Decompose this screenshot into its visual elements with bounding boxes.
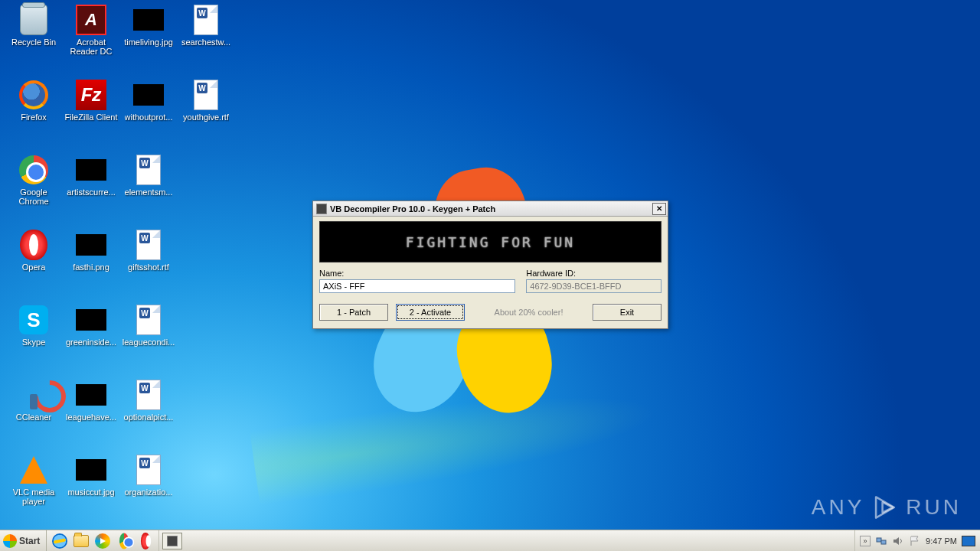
icon-label: fasthi.png xyxy=(73,262,109,272)
desktop-icon-musiccut-jpg[interactable]: musiccut.jpg xyxy=(64,455,119,514)
desktop-icon-filezilla-client[interactable]: FzFileZilla Client xyxy=(64,80,119,139)
icon-label: youthgive.rtf xyxy=(183,112,229,122)
banner-text: FIGHTING FOR FUN xyxy=(406,234,575,250)
name-input[interactable] xyxy=(319,279,515,293)
hwid-input xyxy=(526,279,662,293)
desktop-icon-timeliving-jpg[interactable]: timeliving.jpg xyxy=(121,5,176,64)
icon-label: leaguehave... xyxy=(66,412,116,422)
banner: FIGHTING FOR FUN xyxy=(319,221,662,262)
task-items xyxy=(159,530,185,551)
icon-label: Google Chrome xyxy=(6,187,61,206)
system-tray: » 9:47 PM xyxy=(854,530,980,551)
skype-icon: S xyxy=(18,305,49,335)
cooler-text: About 20% cooler! xyxy=(472,308,585,317)
black-icon xyxy=(76,305,106,335)
ql-opera[interactable] xyxy=(137,533,154,549)
ff-icon xyxy=(18,80,49,110)
svg-marker-4 xyxy=(893,537,899,545)
chrome-icon xyxy=(18,155,49,185)
desktop-icon-fasthi-png[interactable]: fasthi.png xyxy=(64,230,119,289)
desktop-icon-leaguehave[interactable]: leaguehave... xyxy=(64,380,119,439)
icon-label: optionalpict... xyxy=(124,412,174,422)
icon-label: Recycle Bin xyxy=(11,37,56,47)
doc-icon xyxy=(133,230,164,260)
quick-launch xyxy=(47,530,159,551)
svg-rect-2 xyxy=(877,538,881,542)
desktop-icon-vlc-media-player[interactable]: VLC media player xyxy=(6,455,61,514)
adobe-icon: A xyxy=(76,5,106,35)
doc-icon xyxy=(191,80,221,110)
icon-label: organizatio... xyxy=(125,487,173,497)
desktop-icon-withoutprot[interactable]: withoutprot... xyxy=(121,80,176,139)
dialog-body: FIGHTING FOR FUN Name: Hardware ID: 1 - … xyxy=(313,217,668,328)
desktop-icon-greeninside[interactable]: greeninside... xyxy=(64,305,119,364)
dialog-title: VB Decompiler Pro 10.0 - Keygen + Patch xyxy=(330,204,652,214)
desktop-icon-firefox[interactable]: Firefox xyxy=(6,80,61,139)
icon-label: searchestw... xyxy=(181,37,230,47)
vlc-icon xyxy=(18,455,49,485)
icon-label: CCleaner xyxy=(16,412,51,422)
svg-rect-3 xyxy=(881,540,886,544)
black-icon xyxy=(76,155,106,185)
close-icon[interactable]: ✕ xyxy=(652,203,666,215)
activate-button[interactable]: 2 - Activate xyxy=(396,304,465,321)
icon-label: FileZilla Client xyxy=(64,112,117,122)
tray-clock[interactable]: 9:47 PM xyxy=(926,536,957,546)
app-icon xyxy=(167,536,178,546)
ql-explorer[interactable] xyxy=(73,533,90,549)
bin-icon xyxy=(18,5,49,35)
icon-label: giftsshot.rtf xyxy=(128,262,169,272)
icon-label: Acrobat Reader DC xyxy=(64,37,119,56)
exit-button[interactable]: Exit xyxy=(593,304,662,321)
doc-icon xyxy=(133,155,164,185)
desktop-icon-recycle-bin[interactable]: Recycle Bin xyxy=(6,5,61,64)
black-icon xyxy=(76,380,106,410)
tray-expand-icon[interactable]: » xyxy=(860,536,871,546)
desktop-icon-google-chrome[interactable]: Google Chrome xyxy=(6,155,61,214)
icon-label: leaguecondi... xyxy=(122,337,175,347)
desktop-icon-leaguecondi[interactable]: leaguecondi... xyxy=(121,305,176,364)
app-icon xyxy=(316,204,327,214)
patch-button[interactable]: 1 - Patch xyxy=(319,304,388,321)
desktop-icon-opera[interactable]: Opera xyxy=(6,230,61,289)
task-keygen[interactable] xyxy=(162,533,182,549)
icon-label: artistscurre... xyxy=(67,187,116,197)
icon-label: Firefox xyxy=(21,112,47,122)
opera-icon xyxy=(18,230,49,260)
start-label: Start xyxy=(19,536,40,546)
start-button[interactable]: Start xyxy=(0,530,47,551)
desktop-icon-searchestw[interactable]: searchestw... xyxy=(178,5,234,64)
desktop-icon-giftsshot-rtf[interactable]: giftsshot.rtf xyxy=(121,230,176,289)
tray-network-icon[interactable] xyxy=(875,535,887,547)
ql-ie[interactable] xyxy=(51,533,68,549)
desktop-icon-ccleaner[interactable]: CCleaner xyxy=(6,380,61,439)
keygen-dialog: VB Decompiler Pro 10.0 - Keygen + Patch … xyxy=(312,201,668,329)
desktop-icon-artistscurre[interactable]: artistscurre... xyxy=(64,155,119,214)
desktop-icon-skype[interactable]: SSkype xyxy=(6,305,61,364)
black-icon xyxy=(76,455,106,485)
desktop-icon-acrobat-reader-dc[interactable]: AAcrobat Reader DC xyxy=(64,5,119,64)
icon-label: musiccut.jpg xyxy=(67,487,114,497)
dialog-titlebar[interactable]: VB Decompiler Pro 10.0 - Keygen + Patch … xyxy=(313,201,668,217)
black-icon xyxy=(133,80,164,110)
icon-label: Opera xyxy=(22,262,46,272)
doc-icon xyxy=(191,5,221,35)
ql-chrome[interactable] xyxy=(116,533,132,549)
taskbar: Start » 9:47 PM xyxy=(0,530,980,551)
desktop-icon-optionalpict[interactable]: optionalpict... xyxy=(121,380,176,439)
doc-icon xyxy=(133,380,164,410)
desktop-icon-organizatio[interactable]: organizatio... xyxy=(121,455,176,514)
fz-icon: Fz xyxy=(76,80,106,110)
tray-volume-icon[interactable] xyxy=(892,535,904,547)
desktop-icon-youthgive-rtf[interactable]: youthgive.rtf xyxy=(178,80,234,139)
name-label: Name: xyxy=(319,269,515,278)
icon-label: greeninside... xyxy=(66,337,116,347)
desktop-icon-elementsm[interactable]: elementsm... xyxy=(121,155,176,214)
tray-flag-icon[interactable] xyxy=(909,535,921,547)
tray-monitor-icon[interactable] xyxy=(962,536,975,546)
windows-icon xyxy=(3,534,17,548)
ql-wmp[interactable] xyxy=(94,533,111,549)
doc-icon xyxy=(133,305,164,335)
icon-label: withoutprot... xyxy=(125,112,173,122)
icon-label: timeliving.jpg xyxy=(124,37,173,47)
